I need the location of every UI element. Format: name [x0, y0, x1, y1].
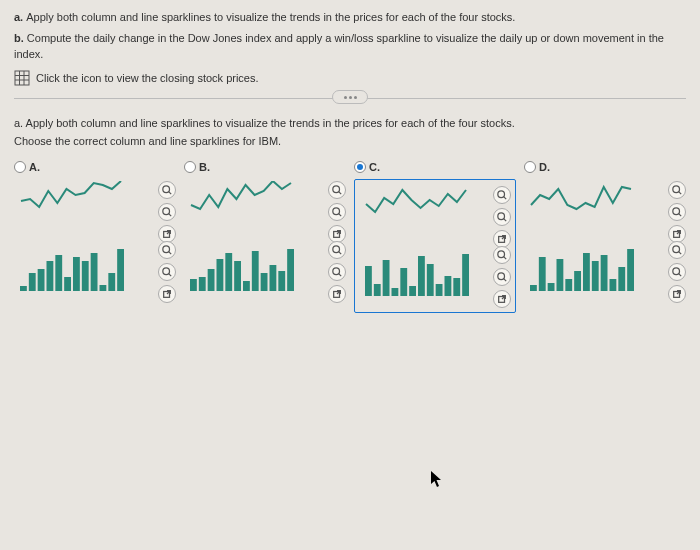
icon-instruction: Click the icon to view the closing stock…	[36, 72, 259, 84]
svg-point-5	[163, 186, 170, 193]
svg-rect-65	[418, 256, 425, 296]
svg-rect-91	[601, 255, 608, 291]
zoom-icon[interactable]	[493, 268, 511, 286]
popout-icon[interactable]	[668, 285, 686, 303]
zoom-icon[interactable]	[493, 186, 511, 204]
svg-rect-41	[243, 281, 250, 291]
option-b: B.	[184, 161, 346, 303]
svg-rect-0	[15, 71, 29, 85]
svg-rect-64	[409, 286, 416, 296]
zoom-icon[interactable]	[328, 203, 346, 221]
radio-b[interactable]: B.	[184, 161, 346, 173]
option-c-line-sparkline	[361, 186, 509, 238]
svg-rect-87	[565, 279, 572, 291]
svg-rect-44	[270, 265, 277, 291]
radio-a[interactable]: A.	[14, 161, 176, 173]
svg-rect-92	[610, 279, 617, 291]
svg-rect-89	[583, 253, 590, 291]
zoom-icon[interactable]	[328, 263, 346, 281]
popout-icon[interactable]	[328, 285, 346, 303]
ellipsis-toggle[interactable]	[332, 90, 368, 104]
zoom-icon[interactable]	[668, 263, 686, 281]
svg-rect-22	[117, 249, 124, 291]
svg-line-6	[169, 192, 172, 195]
svg-rect-45	[278, 271, 285, 291]
svg-point-29	[333, 186, 340, 193]
svg-rect-17	[73, 257, 80, 291]
option-a-column-sparkline	[16, 241, 174, 293]
sub-question-a: a. Apply both column and line sparklines…	[14, 117, 686, 129]
zoom-icon[interactable]	[668, 181, 686, 199]
svg-point-77	[673, 186, 680, 193]
svg-point-97	[673, 268, 680, 275]
svg-rect-35	[190, 279, 197, 291]
question-a: a. Apply both column and line sparklines…	[14, 10, 686, 25]
svg-point-55	[498, 213, 505, 220]
svg-line-30	[339, 192, 342, 195]
svg-rect-67	[436, 284, 443, 296]
svg-rect-15	[55, 255, 62, 291]
svg-rect-88	[574, 271, 581, 291]
svg-point-23	[163, 246, 170, 253]
zoom-icon[interactable]	[493, 246, 511, 264]
svg-line-50	[339, 274, 342, 277]
choose-prompt: Choose the correct column and line spark…	[14, 135, 686, 147]
svg-rect-46	[287, 249, 294, 291]
svg-rect-66	[427, 264, 434, 296]
svg-rect-20	[100, 285, 107, 291]
svg-point-73	[498, 273, 505, 280]
option-a-label: A.	[29, 161, 40, 173]
svg-rect-83	[530, 285, 537, 291]
svg-rect-70	[462, 254, 469, 296]
option-d-column-sparkline	[526, 241, 684, 293]
svg-rect-63	[400, 268, 407, 296]
option-d: D.	[524, 161, 686, 303]
svg-line-56	[504, 219, 507, 222]
zoom-icon[interactable]	[158, 241, 176, 259]
zoom-icon[interactable]	[158, 263, 176, 281]
popout-icon[interactable]	[158, 285, 176, 303]
zoom-icon[interactable]	[668, 241, 686, 259]
svg-rect-39	[225, 253, 232, 291]
svg-line-54	[504, 197, 507, 200]
popout-icon[interactable]	[493, 290, 511, 308]
radio-c[interactable]: C.	[354, 161, 516, 173]
zoom-icon[interactable]	[493, 208, 511, 226]
svg-point-25	[163, 268, 170, 275]
svg-point-79	[673, 208, 680, 215]
table-icon[interactable]	[14, 70, 30, 86]
option-b-line-sparkline	[186, 181, 344, 233]
svg-point-31	[333, 208, 340, 215]
svg-rect-11	[20, 286, 27, 291]
svg-rect-86	[557, 259, 564, 291]
zoom-icon[interactable]	[328, 241, 346, 259]
svg-rect-40	[234, 261, 241, 291]
svg-rect-12	[29, 273, 36, 291]
zoom-icon[interactable]	[158, 203, 176, 221]
svg-rect-69	[453, 278, 460, 296]
zoom-icon[interactable]	[328, 181, 346, 199]
zoom-icon[interactable]	[158, 181, 176, 199]
svg-rect-18	[82, 261, 89, 291]
svg-rect-43	[261, 273, 268, 291]
svg-rect-36	[199, 277, 206, 291]
option-a-line-sparkline	[16, 181, 174, 233]
svg-line-78	[679, 192, 682, 195]
radio-d[interactable]: D.	[524, 161, 686, 173]
svg-line-48	[339, 252, 342, 255]
svg-rect-68	[445, 276, 452, 296]
svg-rect-94	[627, 249, 634, 291]
svg-line-98	[679, 274, 682, 277]
option-d-label: D.	[539, 161, 550, 173]
svg-rect-14	[47, 261, 54, 291]
svg-rect-19	[91, 253, 98, 291]
svg-rect-38	[217, 259, 224, 291]
option-b-label: B.	[199, 161, 210, 173]
svg-rect-42	[252, 251, 259, 291]
options-row: A. B.	[14, 161, 686, 313]
option-c-column-sparkline	[361, 246, 509, 298]
cursor-icon	[430, 470, 444, 490]
zoom-icon[interactable]	[668, 203, 686, 221]
svg-line-80	[679, 214, 682, 217]
svg-rect-60	[374, 284, 381, 296]
